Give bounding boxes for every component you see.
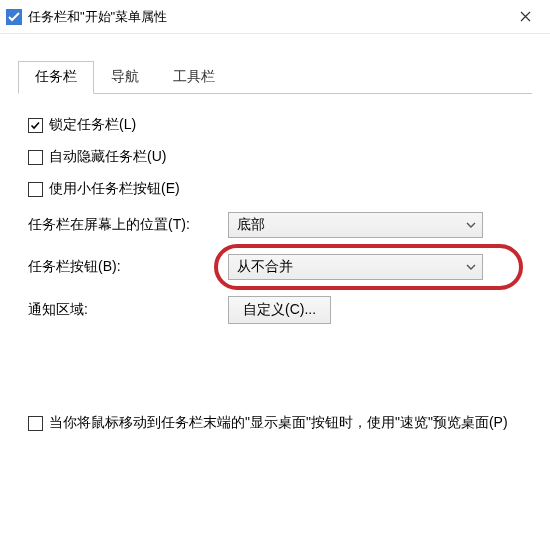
close-icon [520,11,531,22]
buttons-combine-label: 任务栏按钮(B): [28,258,228,276]
chevron-down-icon [466,220,476,230]
lock-taskbar-checkbox[interactable] [28,118,43,133]
app-icon [6,9,22,25]
tab-toolbars[interactable]: 工具栏 [156,61,232,94]
taskbar-panel: 锁定任务栏(L) 自动隐藏任务栏(U) 使用小任务栏按钮(E) 任务栏在屏幕上的… [0,94,550,432]
tab-taskbar[interactable]: 任务栏 [18,61,94,94]
small-buttons-label: 使用小任务栏按钮(E) [49,180,180,198]
lock-taskbar-label: 锁定任务栏(L) [49,116,136,134]
position-value: 底部 [237,216,265,234]
autohide-label: 自动隐藏任务栏(U) [49,148,166,166]
position-label: 任务栏在屏幕上的位置(T): [28,216,228,234]
small-buttons-checkbox[interactable] [28,182,43,197]
customize-button[interactable]: 自定义(C)... [228,296,331,324]
titlebar: 任务栏和"开始"菜单属性 [0,0,550,34]
tab-strip: 任务栏 导航 工具栏 [0,34,550,94]
close-button[interactable] [502,0,548,33]
checkmark-icon [30,120,41,131]
peek-desktop-checkbox[interactable] [28,416,43,431]
window-title: 任务栏和"开始"菜单属性 [28,8,502,26]
autohide-checkbox[interactable] [28,150,43,165]
tab-navigation[interactable]: 导航 [94,61,156,94]
buttons-combine-dropdown[interactable]: 从不合并 [228,254,483,280]
buttons-combine-value: 从不合并 [237,258,293,276]
position-dropdown[interactable]: 底部 [228,212,483,238]
notification-label: 通知区域: [28,301,228,319]
peek-desktop-label: 当你将鼠标移动到任务栏末端的"显示桌面"按钮时，使用"速览"预览桌面(P) [49,414,508,432]
chevron-down-icon [466,262,476,272]
